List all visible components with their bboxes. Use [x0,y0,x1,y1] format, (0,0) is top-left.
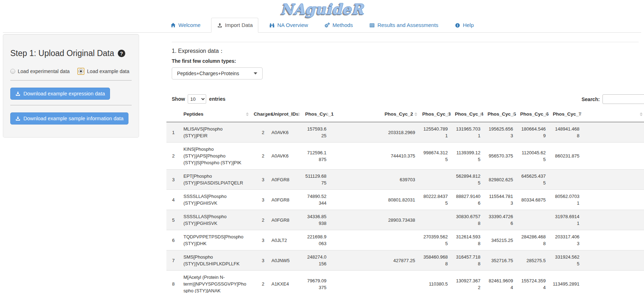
phos-cyc-2-cell [330,230,419,250]
peptide-cell: SMS[Phospho (STY)]VDLSHIPLKDPLLFK [180,250,250,271]
content-divider [172,42,639,42]
tab-welcome[interactable]: Welcome [165,18,206,33]
entries-length-control: Show 10 entries [172,94,225,104]
peptide-cell: EPT[Phospho (STY)]PSIASDISLPIATQELR [180,170,250,190]
sort-arrows-icon [246,112,249,116]
uniprot-id-cell: A0FGR8 [268,210,302,230]
spacer-cell [583,210,644,230]
button-label: Download example sample information data [23,115,123,122]
phos-cyc-3-cell: 80222.84375 [419,190,451,210]
phos-cyc-6-cell: 285275.5 [517,250,549,271]
download-icon [15,91,21,96]
tab-import-data[interactable]: Import Data [211,18,258,33]
radio-load-experimental-data[interactable]: Load experimental data [10,68,70,74]
charges-cell: 3 [250,230,268,250]
radio-load-example-data[interactable]: Load example data [77,68,129,75]
table-row: 4SSSSLLAS[Phospho (STY)]PGHISVK3A0FGR874… [166,190,644,210]
phos-cyc-1-cell: 157593.625 [302,122,330,143]
sort-arrows-icon [264,112,266,116]
charges-cell: 3 [250,190,268,210]
phos-cyc-3-cell [419,170,451,190]
column-header-label: Phos_Cyc_2 [385,111,413,117]
row-index-cell: 7 [166,250,180,271]
expression-data-table-wrap: PeptidesChargesUniprot_IDsPhos_Cyc_1Phos… [166,106,644,293]
tab-na-overview[interactable]: NA Overview [263,18,314,33]
spacer-cell [583,250,644,271]
column-header-label: Phos_Cyc_1 [305,111,334,117]
entries-label: entries [209,96,225,102]
page-length-select[interactable]: 10 [188,94,206,104]
spacer-cell [583,230,644,250]
spacer-cell [583,170,644,190]
table-search-control: Search: [582,94,644,104]
phos-cyc-4-cell: 131965.7031 [451,122,484,143]
tab-label: Welcome [178,22,200,29]
phos-cyc-6-cell: 645625.4375 [517,170,549,190]
panel-title-row: Step 1: Upload Original Data ? [10,49,132,58]
phos-cyc-6-cell: 80334.6875 [517,190,549,210]
column-header-phos-cyc-7[interactable]: Phos_Cyc_7 [549,106,583,122]
phos-cyc-6-cell: 1120045.625 [517,143,549,170]
table-row: 2KINS[Phospho (STY)]APS[Phospho (STY)]S[… [166,143,644,170]
divider [10,105,132,105]
help-icon[interactable]: ? [118,50,125,57]
row-index-cell: 2 [166,143,180,170]
radio-button-icon [78,69,83,74]
phos-cyc-2-cell: 28903.73438 [330,210,419,230]
radio-focus-ring [77,68,84,75]
column-header-phos-cyc-2[interactable]: Phos_Cyc_2 [330,106,419,122]
binoculars-icon [269,22,275,28]
sort-arrows-icon [579,112,582,116]
phos-cyc-4-cell: 312614.5938 [451,230,484,250]
column-header-phos-cyc-3[interactable]: Phos_Cyc_3 [419,106,451,122]
column-header-label: Phos_Cyc_6 [520,111,549,117]
column-header-phos-cyc-5[interactable]: Phos_Cyc_5 [484,106,517,122]
phos-cyc-3-cell: 270359.5625 [419,230,451,250]
column-header-phos-cyc-4[interactable]: Phos_Cyc_4 [451,106,484,122]
tab-label: Help [463,22,474,29]
phos-cyc-6-cell: 284286.4688 [517,230,549,250]
download-expression-data-button[interactable]: Download example expression data [10,88,110,100]
tab-results-and-assessments[interactable]: Results and Assessments [364,18,444,33]
uniprot-id-cell: A0JNW5 [268,250,302,271]
phos-cyc-1-cell: 74890.52344 [302,190,330,210]
phos-cyc-6-cell: 155724.3594 [517,271,549,293]
column-header-phos-cyc-1[interactable]: Phos_Cyc_1 [302,106,330,122]
phos-cyc-1-cell: 511129.6875 [302,170,330,190]
download-sample-info-button[interactable]: Download example sample information data [10,112,128,125]
spacer-cell [583,122,644,143]
phos-cyc-5-cell: 829802.625 [484,170,517,190]
phos-cyc-7-cell: 331924.5625 [549,250,583,271]
column-header-label: Phos_Cyc_5 [488,111,516,117]
column-header-spacer[interactable] [583,106,644,122]
phos-cyc-4-cell: 562894.8125 [451,170,484,190]
naguider-app: NAguideR WelcomeImport DataNA OverviewMe… [0,0,644,293]
phos-cyc-4-cell: 30830.67578 [451,210,484,230]
column-header-phos-cyc-6[interactable]: Phos_Cyc_6 [517,106,549,122]
search-label: Search: [582,96,600,102]
column-header-label: Phos_Cyc_4 [455,111,483,117]
phos-cyc-1-cell: 79679.09375 [302,271,330,293]
phos-cyc-4-cell: 130927.3672 [451,271,484,293]
column-header-charges[interactable]: Charges [250,106,268,122]
tab-label: Methods [332,22,353,29]
tab-label: Import Data [225,22,253,29]
tab-methods[interactable]: Methods [319,18,359,33]
search-input[interactable] [602,94,644,104]
table-row: 5SSSSLLAS[Phospho (STY)]PGHISVK2A0FGR834… [166,210,644,230]
phos-cyc-1-cell: 34336.85938 [302,210,330,230]
column-header-uniprot-ids[interactable]: Uniprot_IDs [268,106,302,122]
column-types-select[interactable]: Peptides+Charges+Proteins [172,67,263,79]
radio-label: Load example data [87,68,129,74]
sort-arrows-icon [480,112,483,116]
column-types-selected-value: Peptides+Charges+Proteins [177,71,239,76]
tab-help[interactable]: Help [449,18,479,33]
peptide-cell: SSSSLLAS[Phospho (STY)]PGHISVK [180,190,250,210]
row-index-cell: 8 [166,271,180,293]
sort-arrows-icon [326,112,329,116]
phos-cyc-5-cell: 115544.7813 [484,190,517,210]
column-header-peptides[interactable]: Peptides [180,106,250,122]
phos-cyc-3-cell: 125540.7891 [419,122,451,143]
show-label: Show [172,96,185,102]
phos-cyc-5-cell: 195625.6563 [484,122,517,143]
